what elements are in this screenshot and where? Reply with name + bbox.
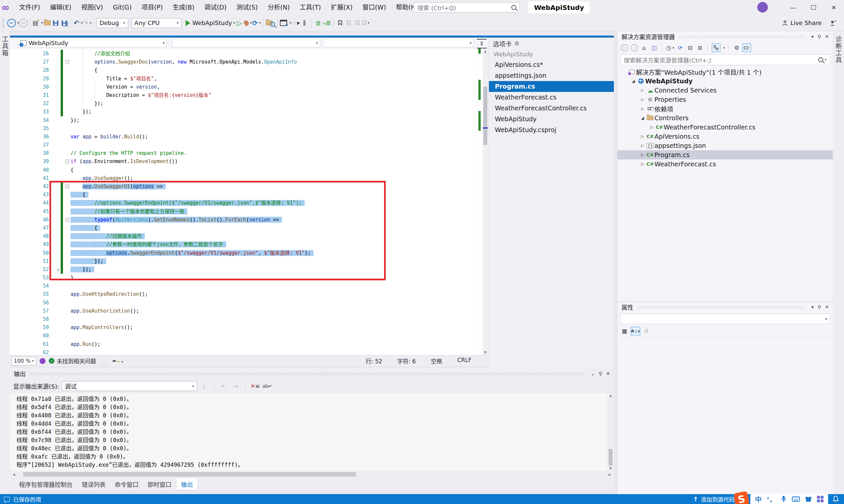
code-line[interactable]: 56 [10,299,477,307]
bottom-panel-tab[interactable]: 输出 [176,479,198,490]
navigate-back-button[interactable]: ←▾ [7,17,19,29]
code-line[interactable]: 47 { [10,224,477,232]
document-tab[interactable]: WeatherForecast.cs [489,92,614,103]
diagnostic-tools-tab[interactable]: 诊断工具 [834,36,843,64]
document-tab[interactable]: WeatherForecastController.cs [489,103,614,114]
home-icon[interactable]: ⌂ [640,43,649,52]
code-line[interactable]: 53} [10,274,477,282]
code-line[interactable]: 28 { [10,66,477,74]
code-line[interactable]: 44 //options.SwaggerEndpoint($"/swagger/… [10,199,477,207]
ime-language-button[interactable]: 中 [755,494,762,504]
alphabetical-sort-icon[interactable]: A↓z [631,327,640,335]
back-icon[interactable]: ← [620,43,629,52]
code-line[interactable]: 60 [10,332,477,340]
tree-item[interactable]: ▷C#WeatherForecast.cs [618,159,833,169]
code-line[interactable]: 61app.Run(); [10,340,477,348]
caret-line-indicator[interactable]: 行: 52 [366,357,382,365]
menu-item[interactable]: 窗口(W) [357,0,391,15]
menu-item[interactable]: 分析(N) [263,0,295,15]
ime-toolbox-icon[interactable] [817,496,824,502]
code-line[interactable]: 57app.UseAuthorization(); [10,307,477,315]
output-log[interactable]: 线程 0x71a8 已退出，返回值为 0 (0x0)。线程 0x5df4 已退出… [10,393,607,471]
preview-selected-items-icon[interactable] [742,43,751,52]
new-project-button[interactable]: ▤✦▾ [33,17,43,29]
solution-platform-dropdown[interactable]: Any CPU▾ [132,18,182,28]
scroll-down-icon[interactable]: ▼ [483,350,488,354]
ime-microphone-icon[interactable] [780,496,787,503]
code-line[interactable]: 36var app = builder.Build(); [10,133,477,141]
member-dropdown[interactable]: ▾ [323,38,474,48]
code-line[interactable]: 34}); [10,116,477,125]
goto-message-icon[interactable]: ⤓ [200,381,209,391]
menu-item[interactable]: 测试(S) [231,0,263,15]
tree-item[interactable]: 解决方案“WebApiStudy”(1 个项目/共 1 个) [618,67,833,76]
close-button[interactable]: ✕ [824,0,844,15]
switch-views-icon[interactable]: ◫ [650,43,658,52]
menu-item[interactable]: 项目(P) [137,0,168,15]
code-line[interactable]: 54 [10,282,477,290]
redo-button[interactable]: ↷▾ [82,17,91,29]
tree-item[interactable]: ▷⚙Properties [618,95,833,104]
start-debugging-button[interactable]: WebApiStudy ▾ [186,17,235,29]
pending-changes-filter-icon[interactable]: ◷▾ [666,43,674,52]
chevron-collapsed-icon[interactable]: ▷ [639,88,646,93]
bottom-panel-tab[interactable]: 程序包管理器控制台 [15,479,77,490]
increase-indent-button[interactable]: ⤷≣ [323,17,331,29]
code-line[interactable]: 58 [10,315,477,323]
code-line[interactable]: 32 }); [10,100,477,108]
previous-message-icon[interactable]: ⇤ [219,381,228,391]
live-share-button[interactable]: Live Share [781,17,822,29]
code-line[interactable]: 33 }); [10,108,477,116]
menu-item[interactable]: Git(G) [108,0,137,15]
menu-item[interactable]: 调试(D) [200,0,231,15]
document-tab[interactable]: Program.cs [489,81,614,92]
tree-item[interactable]: ◢Controllers [618,113,833,123]
tree-item[interactable]: ▷{}appsettings.json [618,141,833,150]
code-editor[interactable]: 26 //添加文档介绍27− options.SwaggerDoc(versio… [10,49,488,355]
space-mode-indicator[interactable]: 空格 [431,357,442,365]
code-line[interactable]: 50 options.SwaggerEndpoint($"/swagger/V1… [10,249,477,257]
selection-mode-button[interactable]: ⁘➤ [291,17,300,29]
code-line[interactable]: 43 { [10,191,477,199]
document-tab[interactable]: WebApiStudy.csproj [489,125,614,136]
decrease-indent-button[interactable]: ≣ [314,17,323,29]
sogou-ime-icon[interactable]: S [734,491,750,504]
output-source-dropdown[interactable]: 调试▾ [62,381,197,391]
code-line[interactable]: 30 Version = version, [10,83,477,91]
chevron-collapsed-icon[interactable]: ▷ [639,143,646,148]
issues-status-text[interactable]: 未找到相关问题 [57,357,96,365]
caret-column-indicator[interactable]: 字符: 6 [397,357,416,365]
code-line[interactable]: 26 //添加文档介绍 [10,50,477,58]
code-line[interactable]: 31 Description = $"项目名:{version}版本" [10,91,477,100]
tree-item[interactable]: ▷C#ApiVersions.cs [618,132,833,141]
minimize-button[interactable]: — [783,0,803,15]
panel-menu-icon[interactable]: ⌄ [591,371,595,376]
menu-item[interactable]: 扩展(X) [326,0,357,15]
solution-configuration-dropdown[interactable]: Debug▾ [97,18,128,28]
toolbar-grip[interactable] [2,18,5,28]
code-line[interactable]: 51 }); [10,257,477,266]
ime-keyboard-icon[interactable] [792,496,800,502]
code-line[interactable]: 45 //如果只有一个版本也要和上方保持一致 [10,208,477,216]
close-icon[interactable]: ✕ [606,371,610,376]
chevron-collapsed-icon[interactable]: ▷ [639,134,646,139]
output-horizontal-scrollbar[interactable]: ◀ ▶ [10,471,614,478]
next-message-icon[interactable]: ⇥ [231,381,240,391]
tree-item[interactable]: ▷☁Connected Services [618,86,833,95]
undo-button[interactable]: ↶▾ [73,17,82,29]
scroll-right-icon[interactable]: ▶ [607,473,613,476]
line-ending-indicator[interactable]: CRLF [457,357,471,365]
restart-app-button[interactable]: ⟳▾ [252,17,261,29]
code-line[interactable]: 52✐ }); [10,266,477,274]
code-line[interactable]: 49 //参数一时使用的哪个json文件，参数二就是个名字 [10,240,477,249]
fold-toggle[interactable]: − [65,184,69,188]
chevron-collapsed-icon[interactable]: ▷ [639,97,646,102]
document-tab[interactable]: WebApiStudy [489,114,614,125]
chevron-collapsed-icon[interactable]: ▷ [639,152,646,157]
pin-icon[interactable]: ⚲ [599,371,602,376]
chevron-collapsed-icon[interactable]: ▷ [639,162,646,166]
navigate-forward-button[interactable]: → [19,17,28,29]
code-cleanup-button[interactable]: ✒✦▾ [112,358,123,364]
code-line[interactable]: 59app.MapControllers(); [10,323,477,332]
scrollbar-thumb[interactable] [23,472,356,476]
